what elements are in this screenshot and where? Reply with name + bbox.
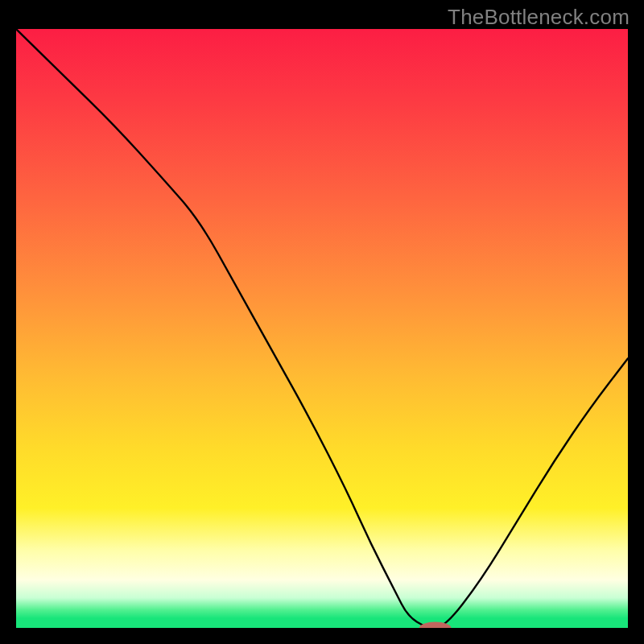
chart-frame: TheBottleneck.com bbox=[0, 0, 644, 644]
plot-area bbox=[16, 29, 628, 628]
attribution-label: TheBottleneck.com bbox=[448, 5, 630, 30]
chart-svg bbox=[16, 29, 628, 628]
bottleneck-curve bbox=[16, 29, 628, 628]
